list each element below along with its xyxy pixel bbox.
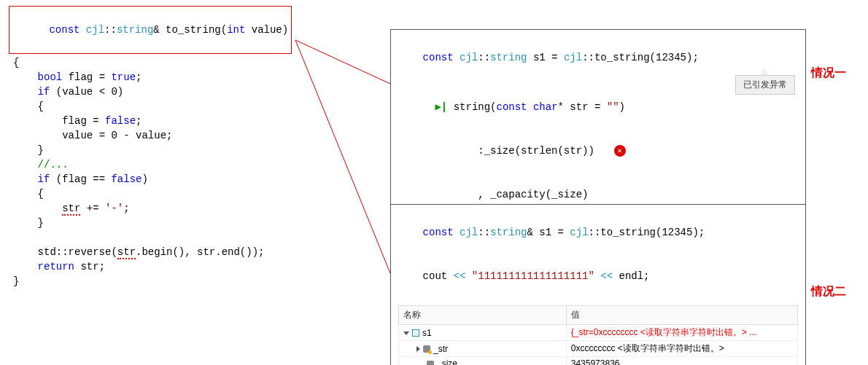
p2-const: const xyxy=(423,227,454,238)
kw-int: int xyxy=(227,24,245,36)
p2-type: string xyxy=(490,227,527,238)
amp: & xyxy=(153,24,159,36)
p1-callfn: to_string xyxy=(594,52,650,63)
expand-icon[interactable] xyxy=(416,346,420,352)
var-str-squig: str xyxy=(62,203,80,216)
kw-true: true xyxy=(111,71,136,83)
kw-bool: bool xyxy=(38,71,63,83)
p2-amp: & xyxy=(527,227,532,238)
kw-if: if xyxy=(38,86,50,98)
p2-strlit: "111111111111111111" xyxy=(472,270,594,282)
expand-icon[interactable] xyxy=(403,331,409,335)
p1-eq2: = xyxy=(594,101,600,113)
tooltip-pointer xyxy=(760,68,769,75)
p1-c2: const xyxy=(497,101,527,113)
p2-callns: cjl xyxy=(570,227,588,238)
kw-false2: false xyxy=(111,173,142,185)
p1-var: s1 xyxy=(533,52,546,63)
col-value[interactable]: 值 xyxy=(566,306,797,325)
assign-flag: flag = xyxy=(62,115,105,127)
p1-eq: = xyxy=(551,52,557,63)
param-value: value xyxy=(252,24,282,36)
p1-char: char xyxy=(533,101,558,113)
assign-neg: value = 0 - value; xyxy=(62,130,172,141)
op-pluseq: += xyxy=(80,203,105,214)
p1-ns: cjl xyxy=(460,52,478,63)
watch-val-str: 0xcccccccc <读取字符串字符时出错。> xyxy=(566,341,797,357)
watch-name-s1: s1 xyxy=(422,328,432,338)
ns-cjl: cjl xyxy=(86,24,104,36)
watch-val-size: 3435973836 xyxy=(566,357,797,366)
cond1: (value < 0) xyxy=(56,86,123,98)
p1-arg: 12345 xyxy=(656,52,686,63)
kw-false: false xyxy=(105,115,136,127)
p2-op1: << xyxy=(454,270,466,282)
p1-param: str xyxy=(570,101,588,113)
p2-var: s1 xyxy=(539,227,551,238)
p1-ctor: string xyxy=(454,101,490,113)
watch-val-s1: {_str=0xcccccccc <读取字符串字符时出错。> ... xyxy=(566,325,797,341)
p1-ptr: * xyxy=(558,101,564,113)
field-icon xyxy=(427,361,434,365)
label-case1: 情况一 xyxy=(811,66,846,81)
reverse-rest: .begin(), str.end()); xyxy=(136,246,264,258)
semi: ; xyxy=(123,203,129,214)
watch-row-s1[interactable]: s1 {_str=0xcccccccc <读取字符串字符时出错。> ... xyxy=(399,325,798,341)
p1-cparen: ) xyxy=(619,101,625,113)
watch-name-size: _size xyxy=(437,358,457,365)
exception-tooltip: 已引发异常 xyxy=(735,75,795,95)
panel-case2: const cjl::string& s1 = cjl::to_string(1… xyxy=(390,204,806,365)
p1-const: const xyxy=(423,52,454,63)
watch-window[interactable]: 名称 值 s1 {_str=0xcccccccc <读取字符串字符时出错。> .… xyxy=(398,305,798,365)
char-dash: '-' xyxy=(105,203,123,214)
watch-name-str: _str xyxy=(433,344,448,354)
watch-row-str[interactable]: _str 0xcccccccc <读取字符串字符时出错。> xyxy=(399,341,798,357)
p1-init-size: :_size(strlen(str)) xyxy=(478,145,594,157)
p1-paren: ( xyxy=(490,101,496,113)
var-str-squig2: str xyxy=(117,246,136,259)
p2-cout: cout xyxy=(423,270,448,282)
left-code-editor: const cjl::string& to_string(int value) … xyxy=(6,6,371,289)
kw-return: return xyxy=(38,261,74,272)
p2-endl: endl xyxy=(619,270,644,282)
exception-error-icon[interactable]: ✕ xyxy=(614,145,626,157)
signature-box: const cjl::string& to_string(int value) xyxy=(9,6,292,54)
p1-init-cap: , _capacity(_size) xyxy=(478,189,588,200)
p2-op2: << xyxy=(600,270,613,282)
type-string: string xyxy=(117,24,153,36)
field-icon xyxy=(423,345,430,353)
op-eq: = xyxy=(99,71,105,83)
p1-default: "" xyxy=(607,101,619,113)
ret-str: str; xyxy=(74,261,105,272)
comment-ellipsis: //... xyxy=(38,159,69,170)
p2-callfn: to_string xyxy=(600,227,656,238)
col-name[interactable]: 名称 xyxy=(399,306,567,325)
p1-type: string xyxy=(490,52,527,63)
p1-callns: cjl xyxy=(564,52,582,63)
var-flag: flag xyxy=(69,71,93,83)
p2-eq: = xyxy=(558,227,564,238)
object-icon xyxy=(412,329,419,337)
cond2-open: (flag == xyxy=(56,173,112,185)
kw-const: const xyxy=(49,24,80,36)
p2-arg: 12345 xyxy=(662,227,692,238)
debug-current-arrow-icon: ▶| xyxy=(435,101,447,113)
fn-to-string: to_string xyxy=(166,24,221,36)
kw-if2: if xyxy=(38,173,50,185)
p2-ns: cjl xyxy=(460,227,478,238)
watch-row-size[interactable]: _size 3435973836 xyxy=(399,357,798,366)
reverse-call: std::reverse( xyxy=(38,246,117,258)
label-case2: 情况二 xyxy=(811,284,846,299)
